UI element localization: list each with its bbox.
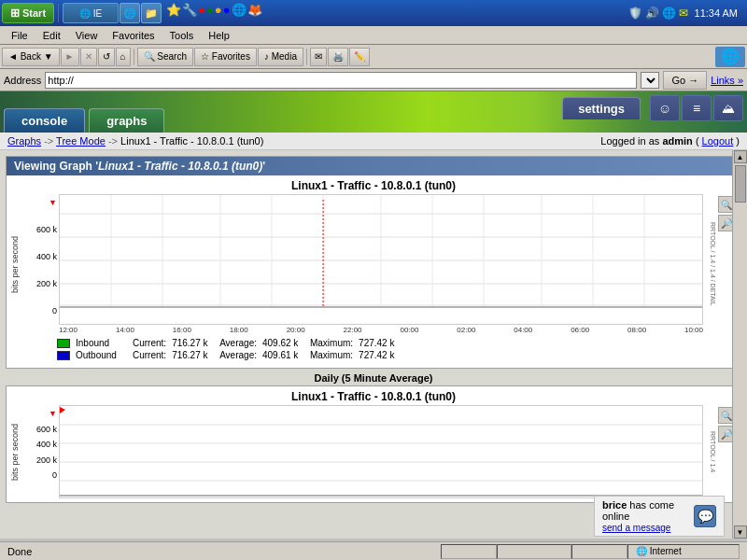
breadcrumb-bar: Graphs -> Tree Mode -> Linux1 - Traffic … [0,133,747,150]
legend-inbound: Inbound Current: 716.27 k Average: 409.6… [57,338,690,348]
start-button[interactable]: ⊞ Start [2,3,54,23]
menubar: File Edit View Favorites Tools Help [0,26,747,45]
chat-action-link[interactable]: send a message [602,523,670,533]
y2val-600: 600 k [25,425,57,434]
xlab-0600: 06:00 [571,326,589,334]
xlab-0200: 02:00 [457,326,475,334]
xlab-0000: 00:00 [400,326,418,334]
tab-graphs[interactable]: graphs [89,108,164,133]
graph1-chart-wrapper: bits per second ▼ 600 k 400 k 200 k 0 [10,194,737,334]
logout-link[interactable]: Logout [702,135,734,147]
login-paren-open: ( [696,135,699,147]
breadcrumb-sep2: -> [108,135,120,147]
taskbar-tray: 🛡️ 🔊 🌐 ✉ 11:34 AM [628,7,745,20]
stop-button[interactable]: ✕ [80,48,97,66]
extra-btn3[interactable]: ✏️ [349,48,370,66]
home-button[interactable]: ⌂ [116,48,131,66]
scrollbar[interactable]: ▲ ▼ [732,150,747,539]
browser-icon-2[interactable]: 🌐 [120,3,140,23]
y2val-400: 400 k [25,440,57,449]
menu-favorites[interactable]: Favorites [105,28,162,43]
outbound-max: 727.42 k [359,350,394,360]
legend-blue-box [57,351,70,360]
inbound-max: 727.42 k [359,338,394,348]
statusbar: Done 🌐 Internet [0,541,747,560]
status-pane1 [441,544,497,559]
breadcrumb: Graphs -> Tree Mode -> Linux1 - Traffic … [7,135,263,147]
tab-console[interactable]: console [4,108,85,133]
icon5[interactable]: ● [215,3,222,23]
toolbar-sep1 [134,49,134,65]
favorites-button[interactable]: ☆ Favorites [194,48,257,66]
rrd-label: RRTOOL / 1.4 / 1.4 / DETAIL [703,194,716,334]
yval-200: 200 k [25,279,57,288]
status-pane2 [497,544,571,559]
graph2-chart [59,405,703,498]
folder-icon[interactable]: 📁 [141,3,162,23]
links-label: Links » [711,75,743,86]
xlab-1800: 18:00 [230,326,248,334]
address-input[interactable] [45,72,637,89]
breadcrumb-graphs-link[interactable]: Graphs [7,135,41,147]
back-button[interactable]: ◄ Back ▼ [2,48,60,66]
nav-icon-menu[interactable]: ≡ [682,95,712,121]
outbound-avg-label: Average: [219,350,257,360]
extra-btn2[interactable]: 🖨️ [328,48,348,66]
nav-icon-mountain[interactable]: ⛰ [713,95,743,121]
graph1-svg [59,194,703,325]
menu-edit[interactable]: Edit [35,28,68,43]
viewing-title: Linux1 - Traffic - 10.8.0.1 (tun0) [98,160,262,173]
icon7[interactable]: 🌐 [232,3,247,23]
icon2[interactable]: 🔧 [182,3,197,23]
toolbar-sep2 [306,49,307,65]
address-dropdown[interactable] [641,72,659,89]
menu-file[interactable]: File [4,28,35,43]
tab-settings[interactable]: settings [562,97,641,119]
scroll-thumb[interactable] [735,165,746,203]
graph1-main: Linux1 - Traffic - 10.8.0.1 (tun0) bits … [10,179,737,364]
login-paren-close: ) [736,135,740,147]
chat-status: brice has come online [602,499,688,522]
search-button[interactable]: 🔍 Search [137,48,193,66]
addressbar: Address Go → Links » [0,69,747,91]
menu-view[interactable]: View [68,28,106,43]
refresh-button[interactable]: ↺ [98,48,115,66]
inbound-current-label: Current: [133,338,166,348]
y2val-0: 0 [25,470,57,480]
login-text: Logged in as [600,135,662,147]
icon1[interactable]: ⭐ [166,3,181,23]
icon4[interactable]: ● [206,3,214,23]
menu-help[interactable]: Help [201,28,237,43]
tray-icon4[interactable]: ✉ [679,7,688,20]
xlab-2200: 22:00 [344,326,362,334]
icon8[interactable]: 🦊 [247,3,262,23]
tray-icon2[interactable]: 🔊 [645,7,659,20]
xlab-0400: 04:00 [514,326,532,334]
extra-btn1[interactable]: ✉ [310,48,327,66]
chat-notification: brice has come online send a message 💬 [594,496,725,537]
scroll-up[interactable]: ▲ [734,150,747,163]
scroll-down[interactable]: ▼ [734,525,747,539]
tray-icon3[interactable]: 🌐 [662,7,676,20]
forward-button[interactable]: ► [61,48,79,66]
menu-tools[interactable]: Tools [162,28,202,43]
breadcrumb-sep1: -> [44,135,56,147]
tray-icon1[interactable]: 🛡️ [628,7,642,20]
chat-icon-btn[interactable]: 💬 [694,505,716,527]
taskbar-divider [58,4,59,22]
graph2-main: Linux1 - Traffic - 10.8.0.1 (tun0) bits … [7,386,740,502]
outbound-label: Outbound [76,350,127,360]
inbound-label: Inbound [76,338,127,348]
viewing-suffix: ' [262,160,265,173]
nav-tabs: console graphs settings ☺ ≡ ⛰ [0,91,747,133]
ie-icon[interactable]: 🌐 IE [63,3,119,23]
icon3[interactable]: ● [198,3,205,23]
xlab-1600: 16:00 [173,326,191,334]
nav-icon-person[interactable]: ☺ [650,95,680,121]
icon6[interactable]: ● [223,3,231,23]
go-button[interactable]: Go → [663,71,707,90]
legend-outbound: Outbound Current: 716.27 k Average: 409.… [57,350,690,360]
chat-user: brice [602,499,627,511]
breadcrumb-tree-link[interactable]: Tree Mode [56,135,106,147]
media-button[interactable]: ♪ Media [258,48,303,66]
